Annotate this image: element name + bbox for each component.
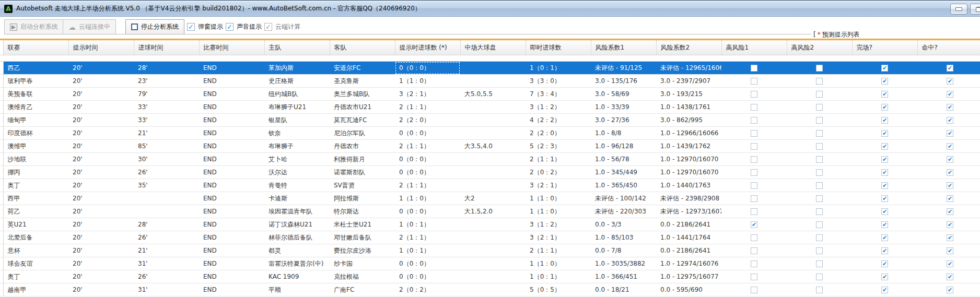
high-risk1-checkbox[interactable] (751, 260, 757, 267)
hit-checkbox[interactable]: ✔ (947, 247, 953, 254)
stop-analysis-button[interactable]: 停止分析系统 (125, 19, 184, 34)
table-row[interactable]: 西乙20'28'END莱加内斯安道尔FC0（0：0）1（0：1）未评估 - 91… (0, 62, 980, 75)
high-risk1-checkbox[interactable] (751, 143, 757, 150)
high-risk1-checkbox[interactable]: ✔ (751, 221, 757, 228)
hit-checkbox[interactable]: ✔ (947, 274, 953, 280)
hit-checkbox[interactable]: ✔ (947, 195, 953, 202)
high-risk1-checkbox[interactable] (751, 208, 757, 215)
finished-checkbox[interactable]: ✔ (881, 247, 888, 254)
finished-checkbox[interactable]: ✔ (881, 156, 888, 163)
high-risk2-checkbox[interactable] (816, 65, 823, 72)
hit-checkbox[interactable]: ✔ (947, 260, 953, 267)
high-risk2-checkbox[interactable] (816, 221, 823, 228)
finished-checkbox[interactable]: ✔ (881, 169, 888, 176)
high-risk2-checkbox[interactable] (816, 182, 823, 189)
high-risk1-checkbox[interactable] (751, 195, 757, 202)
column-header-9[interactable]: 即时进球数 (526, 40, 591, 55)
column-header-3[interactable]: 进球时间 (134, 40, 199, 55)
column-header-11[interactable]: 风险系数2 (656, 40, 721, 55)
finished-checkbox[interactable]: ✔ (881, 221, 888, 228)
column-header-12[interactable]: 高风险1 (721, 40, 787, 55)
column-header-2[interactable]: 提示时间 (68, 40, 134, 55)
hit-checkbox[interactable]: ✔ (947, 130, 953, 137)
high-risk2-checkbox[interactable] (816, 247, 823, 254)
table-row[interactable]: 英U2120'28'END诺丁汉森林U21米杜士堡U211（0：1）3（1：2）… (0, 218, 980, 231)
hit-checkbox[interactable]: ✔ (947, 287, 953, 293)
hit-checkbox[interactable]: ✔ (947, 221, 953, 228)
table-row[interactable]: 北爱后备20'26'END林菲尔德后备队邓甘嫩后备队2（1：1）3（2：1）1.… (0, 231, 980, 244)
hit-checkbox[interactable]: ✔ (947, 104, 953, 111)
high-risk1-checkbox[interactable] (751, 182, 757, 189)
finished-checkbox[interactable]: ✔ (881, 65, 888, 72)
table-row[interactable]: 沙地联20'30'END艾卜哈利雅得新月0（0：0）2（1：1）1.0 - 56… (0, 153, 980, 166)
column-header-8[interactable]: 中场大球盘 (460, 40, 526, 55)
cloud-connect-button[interactable]: ☁ 云端连接中 (63, 19, 116, 34)
finished-checkbox[interactable]: ✔ (881, 143, 888, 150)
high-risk1-checkbox[interactable] (751, 130, 757, 137)
finished-checkbox[interactable]: ✔ (881, 234, 888, 241)
hit-checkbox[interactable]: ✔ (947, 65, 953, 72)
column-header-1[interactable]: 联赛 (3, 40, 68, 55)
finished-checkbox[interactable]: ✔ (881, 104, 888, 111)
high-risk1-checkbox[interactable] (751, 156, 757, 163)
table-row[interactable]: 西甲20'END卡迪斯阿拉维斯1（1：0）大21（1：0）未评估 - 100/1… (0, 192, 980, 205)
high-risk2-checkbox[interactable] (816, 208, 823, 215)
high-risk2-checkbox[interactable] (816, 287, 823, 293)
high-risk2-checkbox[interactable] (816, 156, 823, 163)
table-row[interactable]: 荷乙20'END埃因霍温青年队特尔斯达0（0：0）大1.5,2.01（1：0）未… (0, 205, 980, 218)
table-row[interactable]: 奥丁20'26'ENDKAC 1909克拉根福0（0：0）1（0：1）1.0 -… (0, 270, 980, 283)
column-header-14[interactable]: 完场? (852, 40, 917, 55)
high-risk2-checkbox[interactable] (816, 260, 823, 267)
high-risk2-checkbox[interactable] (816, 169, 823, 176)
restore-button[interactable] (970, 4, 980, 15)
finished-checkbox[interactable]: ✔ (881, 208, 888, 215)
column-header-10[interactable]: 风险系数1 (591, 40, 656, 55)
table-row[interactable]: 意杯20'21'END都灵费拉尔皮沙洛1（0：1）2（1：1）0.0 - 7/8… (0, 244, 980, 257)
table-row[interactable]: 球会友谊20'31'END雷霍沃特夏普尔(中)纱卡国0（0：0）1（1：0）1.… (0, 257, 980, 270)
column-header-15[interactable]: 命中? (917, 40, 980, 55)
toolbar-checkbox-2[interactable]: ✓声音提示 (226, 22, 262, 31)
finished-checkbox[interactable]: ✔ (881, 195, 888, 202)
high-risk2-checkbox[interactable] (816, 130, 823, 137)
high-risk1-checkbox[interactable] (751, 169, 757, 176)
high-risk2-checkbox[interactable] (816, 104, 823, 111)
high-risk2-checkbox[interactable] (816, 143, 823, 150)
column-header-13[interactable]: 高风险2 (787, 40, 852, 55)
high-risk1-checkbox[interactable] (751, 117, 757, 124)
high-risk2-checkbox[interactable] (816, 195, 823, 202)
hit-checkbox[interactable]: ✔ (947, 117, 953, 124)
finished-checkbox[interactable]: ✔ (881, 182, 888, 189)
high-risk1-checkbox[interactable] (751, 287, 757, 293)
column-header-5[interactable]: 主队 (264, 40, 330, 55)
table-row[interactable]: 澳维青乙20'33'END布琳狮子U21丹德农市U212（1：1）3（1：2）1… (0, 101, 980, 114)
minimize-button[interactable] (950, 4, 967, 15)
table-row[interactable]: 澳维甲20'85'END布琳狮子丹德农市2（1：1）大3.5,4.05（2：3）… (0, 140, 980, 153)
high-risk1-checkbox[interactable] (751, 65, 757, 72)
high-risk2-checkbox[interactable] (816, 234, 823, 241)
finished-checkbox[interactable]: ✔ (881, 91, 888, 98)
hit-checkbox[interactable]: ✔ (947, 143, 953, 150)
table-row[interactable]: 美预备联20'79'END纽约城B队奥兰多城B队3（2：1）大5.0,5.57（… (0, 88, 980, 101)
high-risk1-checkbox[interactable] (751, 91, 757, 98)
column-header-6[interactable]: 客队 (330, 40, 395, 55)
table-row[interactable]: 挪丙20'26'END沃尔达诺霍斯郡队0（0：0）2（0：2）1.0 - 345… (0, 166, 980, 179)
high-risk1-checkbox[interactable] (751, 234, 757, 241)
toolbar-checkbox-1[interactable]: ✓弹窗提示 (187, 22, 223, 31)
high-risk2-checkbox[interactable] (816, 117, 823, 124)
finished-checkbox[interactable]: ✔ (881, 117, 888, 124)
hit-checkbox[interactable]: ✔ (947, 156, 953, 163)
table-row[interactable]: 印度德杯20'21'END钦奈尼泊尔军队0（0：0）2（2：0）1.0 - 8/… (0, 127, 980, 140)
hit-checkbox[interactable]: ✔ (947, 234, 953, 241)
hit-checkbox[interactable]: ✔ (947, 169, 953, 176)
high-risk1-checkbox[interactable] (751, 274, 757, 280)
hit-checkbox[interactable]: ✔ (947, 182, 953, 189)
table-row[interactable]: 缅甸甲20'33'END银星队莫瓦瓦迪FC2（2：0）4（2：2）3.0 - 2… (0, 114, 980, 127)
high-risk1-checkbox[interactable] (751, 247, 757, 254)
finished-checkbox[interactable]: ✔ (881, 260, 888, 267)
hit-checkbox[interactable]: ✔ (947, 78, 953, 85)
hit-checkbox[interactable]: ✔ (947, 91, 953, 98)
column-header-4[interactable]: 比赛时间 (199, 40, 264, 55)
high-risk2-checkbox[interactable] (816, 274, 823, 280)
finished-checkbox[interactable]: ✔ (881, 274, 888, 280)
finished-checkbox[interactable]: ✔ (881, 287, 888, 293)
